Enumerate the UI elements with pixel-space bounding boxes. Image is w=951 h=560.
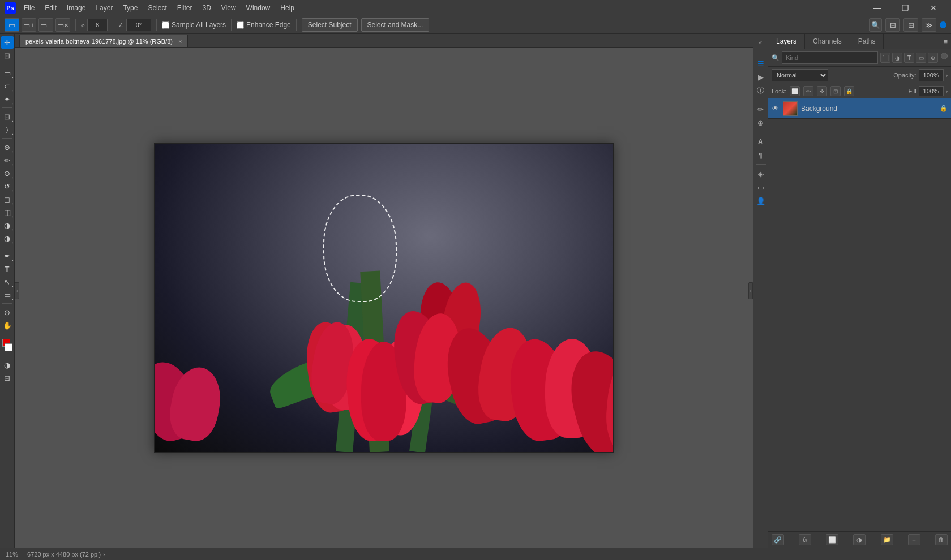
pen-tool[interactable]: ✒ <box>1 249 14 262</box>
new-selection-button[interactable]: ▭ <box>5 18 19 32</box>
info-icon[interactable]: ⓘ <box>755 84 767 97</box>
adjustments-icon[interactable]: ▶ <box>755 71 767 83</box>
healing-tool[interactable]: ⊕ <box>1 141 14 153</box>
tab-close-button[interactable]: × <box>178 38 182 45</box>
lasso-tool[interactable]: ⊂ <box>1 80 14 92</box>
crop-tool[interactable]: ⊡ <box>1 110 14 123</box>
menu-edit[interactable]: Edit <box>40 3 61 13</box>
status-expand-arrow[interactable]: › <box>103 551 105 558</box>
menu-select[interactable]: Select <box>143 3 171 13</box>
shape-tool[interactable]: ▭ <box>1 288 14 301</box>
lock-all-button[interactable]: 🔒 <box>844 86 854 96</box>
lock-transparent-button[interactable]: ⬜ <box>790 86 800 96</box>
fill-expand-icon[interactable]: › <box>946 88 948 94</box>
shapes-icon[interactable]: ▭ <box>755 181 767 193</box>
menu-image[interactable]: Image <box>62 3 90 13</box>
select-and-mask-button[interactable]: Select and Mask... <box>361 18 430 32</box>
canvas-container[interactable] <box>15 48 753 548</box>
people-icon[interactable]: 👤 <box>755 195 767 207</box>
layer-search-input[interactable] <box>782 51 878 64</box>
select-subject-button[interactable]: Select Subject <box>302 18 358 32</box>
search-icon-button[interactable]: 🔍 <box>869 18 882 32</box>
filter-shape-icon[interactable]: ▭ <box>916 53 926 63</box>
zoom-tool[interactable]: ⊙ <box>1 306 14 318</box>
panel-menu-icon[interactable]: ≡ <box>940 34 951 49</box>
brush-size-input[interactable] <box>87 19 108 31</box>
layer-background[interactable]: 👁 Background 🔒 <box>768 98 951 119</box>
image-canvas[interactable] <box>155 144 613 452</box>
lock-image-button[interactable]: ✏ <box>803 86 813 96</box>
arrange-icon-button[interactable]: ⊟ <box>885 18 900 32</box>
3d-icon[interactable]: ◈ <box>755 167 767 180</box>
workspace-icon-button[interactable]: ⊞ <box>903 18 918 32</box>
sample-all-layers-label[interactable]: Sample All Layers <box>162 21 226 29</box>
sample-all-layers-checkbox[interactable] <box>162 21 169 29</box>
menu-3d[interactable]: 3D <box>198 3 215 13</box>
filter-pixel-icon[interactable]: ⬛ <box>880 53 890 63</box>
eyedropper-tool[interactable]: ⟩ <box>1 123 14 136</box>
paragraph-icon[interactable]: ¶ <box>755 149 767 161</box>
left-panel-collapse[interactable]: ‹ <box>15 282 19 299</box>
right-panel-collapse[interactable]: › <box>748 282 753 299</box>
type-tool[interactable]: T <box>1 262 14 275</box>
new-group-button[interactable]: 📁 <box>881 534 893 545</box>
menu-expand-button[interactable]: ≫ <box>922 18 936 32</box>
artboard-tool[interactable]: ⊡ <box>1 49 14 62</box>
menu-filter[interactable]: Filter <box>173 3 197 13</box>
link-layers-button[interactable]: 🔗 <box>772 534 784 545</box>
menu-file[interactable]: File <box>19 3 39 13</box>
lock-position-button[interactable]: ✛ <box>817 86 827 96</box>
filter-type-icon[interactable]: T <box>904 53 914 63</box>
layer-visibility-button[interactable]: 👁 <box>772 105 779 113</box>
add-selection-button[interactable]: ▭+ <box>22 18 36 32</box>
add-mask-button[interactable]: ⬜ <box>826 534 838 545</box>
brush-tool[interactable]: ✏ <box>1 154 14 166</box>
hand-tool[interactable]: ✋ <box>1 319 14 331</box>
document-tab[interactable]: pexels-valeria-boltneva-1961778.jpg @ 11… <box>19 35 188 47</box>
path-selection-tool[interactable]: ↖ <box>1 275 14 288</box>
type-icon[interactable]: A <box>755 135 767 148</box>
delete-layer-button[interactable]: 🗑 <box>935 534 948 545</box>
brushes-icon[interactable]: ✏ <box>755 103 767 115</box>
move-tool[interactable]: ✛ <box>1 36 14 49</box>
marquee-tool[interactable]: ▭ <box>1 67 14 79</box>
magic-wand-tool[interactable]: ✦ <box>1 93 14 105</box>
opacity-expand-icon[interactable]: › <box>946 72 948 79</box>
maximize-button[interactable]: ❐ <box>892 0 918 16</box>
angle-input[interactable] <box>126 19 151 31</box>
new-layer-button[interactable]: ＋ <box>908 534 920 545</box>
subtract-selection-button[interactable]: ▭− <box>38 18 53 32</box>
close-button[interactable]: ✕ <box>920 0 946 16</box>
eraser-tool[interactable]: ◻ <box>1 193 14 205</box>
quick-mask-tool[interactable]: ◑ <box>1 359 14 371</box>
tab-channels[interactable]: Channels <box>805 34 850 49</box>
lock-artboard-button[interactable]: ⊡ <box>830 86 841 96</box>
menu-view[interactable]: View <box>217 3 241 13</box>
layers-icon[interactable]: ☰ <box>755 57 767 70</box>
panel-collapse-icon[interactable]: « <box>755 36 767 49</box>
menu-type[interactable]: Type <box>118 3 142 13</box>
clone-source-icon[interactable]: ⊕ <box>755 117 767 129</box>
screen-mode-tool[interactable]: ⊟ <box>1 372 14 384</box>
minimize-button[interactable]: — <box>864 0 890 16</box>
dodge-tool[interactable]: ◑ <box>1 232 14 244</box>
clone-tool[interactable]: ⊙ <box>1 167 14 179</box>
filter-toggle[interactable] <box>941 53 948 59</box>
opacity-input[interactable] <box>919 69 944 81</box>
tab-layers[interactable]: Layers <box>768 34 805 49</box>
add-layer-style-button[interactable]: fx <box>799 534 811 545</box>
new-adjustment-button[interactable]: ◑ <box>853 534 866 545</box>
menu-help[interactable]: Help <box>276 3 299 13</box>
history-brush-tool[interactable]: ↺ <box>1 180 14 192</box>
intersect-selection-button[interactable]: ▭× <box>55 18 70 32</box>
filter-smart-icon[interactable]: ⊕ <box>928 53 938 63</box>
tab-paths[interactable]: Paths <box>850 34 884 49</box>
filter-adjust-icon[interactable]: ◑ <box>892 53 902 63</box>
gradient-tool[interactable]: ◫ <box>1 206 14 218</box>
blur-tool[interactable]: ◑ <box>1 219 14 231</box>
enhance-edge-label[interactable]: Enhance Edge <box>237 21 291 29</box>
blend-mode-select[interactable]: Normal <box>772 69 828 81</box>
background-color[interactable] <box>5 343 12 351</box>
fill-input[interactable] <box>919 86 944 96</box>
enhance-edge-checkbox[interactable] <box>237 21 244 29</box>
